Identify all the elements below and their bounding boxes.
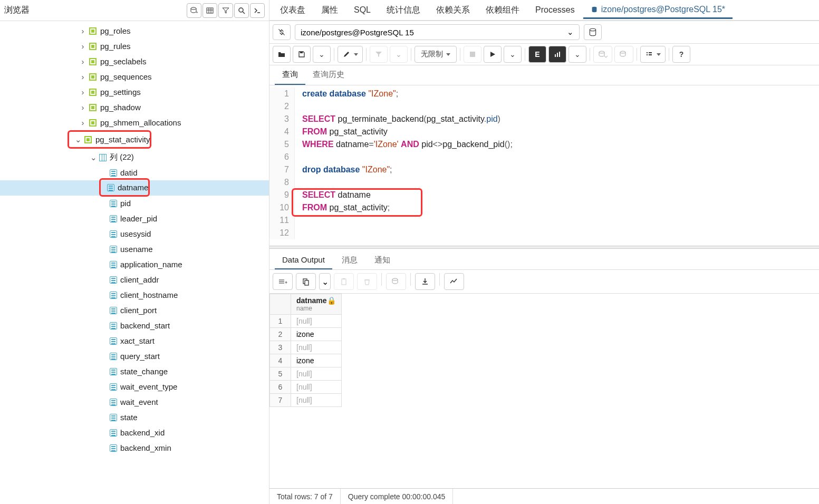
tab-query[interactable]: 查询 (275, 65, 305, 85)
sql-editor[interactable]: 123456789101112 create database "IZone";… (269, 85, 819, 246)
filter-button[interactable] (370, 46, 388, 63)
result-grid[interactable]: datname🔒 name 1[null]2izone3[null]4izone… (269, 294, 819, 488)
chevron-icon: › (79, 43, 86, 50)
save-data-button[interactable] (386, 273, 406, 290)
code-line-5[interactable]: WHERE datname='IZone' AND pid<>pg_backen… (302, 138, 513, 151)
table-row[interactable]: 6[null] (270, 381, 342, 394)
copy-dropdown[interactable]: ⌄ (319, 273, 331, 290)
save-dropdown[interactable]: ⌄ (313, 46, 331, 63)
terminal-icon[interactable] (250, 3, 265, 18)
tab-统计信息[interactable]: 统计信息 (379, 2, 428, 19)
analyze-button[interactable] (548, 46, 566, 63)
tree-view-pg_stat_activity[interactable]: ⌄pg_stat_activity (69, 132, 150, 147)
status-bar: Total rows: 7 of 7 Query complete 00:00:… (269, 488, 819, 504)
tree-column-leader_pid[interactable]: leader_pid (0, 211, 269, 226)
delete-button[interactable] (357, 273, 377, 290)
db-icon[interactable] (584, 24, 602, 40)
tree-view-pg_shadow[interactable]: ›pg_shadow (0, 100, 269, 115)
tree-column-application_name[interactable]: application_name (0, 257, 269, 272)
tree-view-pg_settings[interactable]: ›pg_settings (0, 84, 269, 100)
limit-select[interactable]: 无限制 (415, 46, 457, 63)
db-add-icon[interactable]: + (187, 3, 201, 18)
tree-label: pg_settings (100, 88, 141, 96)
table-row[interactable]: 4izone (270, 354, 342, 367)
connection-select[interactable]: izone/postgres@PostgreSQL 15 ⌄ (295, 24, 580, 40)
code-line-7[interactable]: drop database "IZone"; (302, 163, 513, 176)
tree-column-usename[interactable]: usename (0, 241, 269, 257)
tree-column-usesysid[interactable]: usesysid (0, 226, 269, 241)
disconnect-icon[interactable] (273, 24, 291, 40)
tab-Processes[interactable]: Processes (528, 2, 582, 18)
table-row[interactable]: 3[null] (270, 341, 342, 354)
status-rows: Total rows: 7 of 7 (269, 489, 341, 504)
tree-column-client_port[interactable]: client_port (0, 303, 269, 318)
tab-history[interactable]: 查询历史 (305, 65, 352, 85)
tab-依赖关系[interactable]: 依赖关系 (429, 2, 477, 19)
code-line-2[interactable] (302, 100, 513, 113)
code-line-4[interactable]: FROM pg_stat_activity (302, 125, 513, 138)
run-dropdown[interactable]: ⌄ (504, 46, 522, 63)
chart-button[interactable] (444, 273, 464, 290)
edit-button[interactable] (338, 46, 363, 63)
code-line-1[interactable]: create database "IZone"; (302, 88, 513, 100)
code-line-6[interactable] (302, 151, 513, 163)
column-icon (110, 200, 117, 207)
column-header[interactable]: datname🔒 name (291, 294, 342, 315)
tree-column-backend_start[interactable]: backend_start (0, 318, 269, 333)
search-icon[interactable] (234, 3, 249, 18)
tab-messages[interactable]: 消息 (334, 251, 365, 269)
object-tree[interactable]: ›pg_roles›pg_rules›pg_seclabels›pg_seque… (0, 21, 269, 504)
tree-column-client_hostname[interactable]: client_hostname (0, 287, 269, 303)
tab-notify[interactable]: 通知 (367, 251, 398, 269)
tree-view-pg_sequences[interactable]: ›pg_sequences (0, 69, 269, 84)
stop-button[interactable] (464, 46, 481, 63)
filter-dropdown[interactable]: ⌄ (390, 46, 408, 63)
table-icon[interactable] (203, 3, 217, 18)
tree-column-wait_event_type[interactable]: wait_event_type (0, 379, 269, 394)
rollback-button[interactable] (614, 46, 633, 63)
tree-view-pg_rules[interactable]: ›pg_rules (0, 38, 269, 54)
tab-仪表盘[interactable]: 仪表盘 (273, 2, 313, 19)
tab-依赖组件[interactable]: 依赖组件 (478, 2, 527, 19)
tree-column-wait_event[interactable]: wait_event (0, 394, 269, 410)
table-row[interactable]: 5[null] (270, 367, 342, 381)
macro-button[interactable] (640, 46, 666, 63)
tree-column-client_addr[interactable]: client_addr (0, 272, 269, 287)
filter-icon[interactable] (218, 3, 233, 18)
download-button[interactable] (415, 273, 435, 290)
save-button[interactable] (293, 46, 311, 63)
help-button[interactable]: ? (672, 46, 690, 63)
add-row-button[interactable]: + (273, 273, 293, 290)
tab-属性[interactable]: 属性 (314, 2, 345, 19)
tree-column-datname[interactable]: datname (101, 180, 148, 195)
paste-button[interactable] (334, 273, 354, 290)
tab-data-output[interactable]: Data Output (275, 251, 332, 269)
tree-column-query_start[interactable]: query_start (0, 348, 269, 364)
tab-active-query[interactable]: izone/postgres@PostgreSQL 15* (583, 2, 733, 19)
table-row[interactable]: 1[null] (270, 315, 342, 328)
tree-view-pg_shmem_allocations[interactable]: ›pg_shmem_allocations (0, 115, 269, 130)
tree-view-pg_roles[interactable]: ›pg_roles (0, 23, 269, 38)
tree-column-state_change[interactable]: state_change (0, 364, 269, 379)
tree-label: wait_event_type (120, 382, 177, 391)
tree-label: query_start (120, 352, 160, 361)
analyze-dropdown[interactable]: ⌄ (569, 46, 586, 63)
code-line-8[interactable] (302, 176, 513, 189)
tab-SQL[interactable]: SQL (346, 2, 378, 18)
table-row[interactable]: 7[null] (270, 394, 342, 407)
tree-column-backend_xid[interactable]: backend_xid (0, 425, 269, 440)
code-line-3[interactable]: SELECT pg_terminate_backend(pg_stat_acti… (302, 113, 513, 125)
tree-column-pid[interactable]: pid (0, 196, 269, 211)
run-button[interactable] (484, 46, 502, 63)
table-row[interactable]: 2izone (270, 328, 342, 341)
tree-column-state[interactable]: state (0, 410, 269, 425)
tree-columns[interactable]: ⌄列 (22) (0, 150, 269, 165)
tree-column-xact_start[interactable]: xact_start (0, 333, 269, 348)
code-line-12[interactable] (302, 227, 513, 239)
explain-button[interactable]: E (528, 46, 546, 63)
copy-button[interactable] (296, 273, 316, 290)
commit-button[interactable] (593, 46, 612, 63)
tree-column-backend_xmin[interactable]: backend_xmin (0, 440, 269, 455)
tree-view-pg_seclabels[interactable]: ›pg_seclabels (0, 54, 269, 69)
open-file-button[interactable] (273, 46, 291, 63)
